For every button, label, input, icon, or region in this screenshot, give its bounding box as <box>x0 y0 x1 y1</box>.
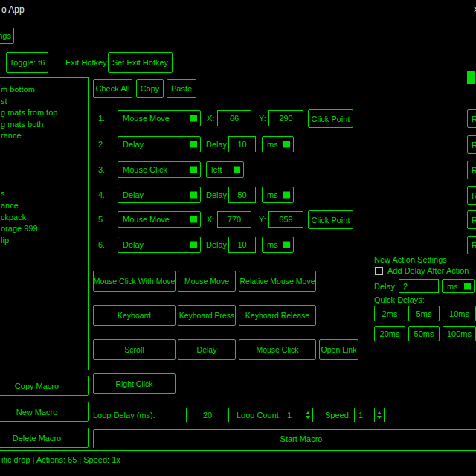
new-action-delay-label: Delay: <box>374 282 397 291</box>
add-mouse-click-with-move-button[interactable]: Mouse Click With Move <box>93 271 176 292</box>
mouse-button-dropdown[interactable]: left <box>206 161 244 178</box>
add-relative-mouse-move-button[interactable]: Relative Mouse Move <box>239 271 316 292</box>
macro-list-item[interactable]: ance <box>1 200 88 212</box>
click-point-button[interactable]: Click Point <box>308 210 353 229</box>
macro-list-item[interactable]: lip <box>1 235 88 247</box>
macro-list-item[interactable]: g mats both <box>1 119 88 131</box>
quick-delay-50ms-button[interactable]: 50ms <box>408 326 440 341</box>
macro-list-item[interactable]: ckpack <box>1 212 88 224</box>
y-input[interactable]: 290 <box>268 110 303 126</box>
dropdown-indicator-icon <box>464 283 471 289</box>
new-action-delay-input[interactable]: 2 <box>399 279 439 293</box>
macro-list-item[interactable] <box>1 177 88 189</box>
quick-delay-2ms-button[interactable]: 2ms <box>374 306 405 321</box>
macro-list-item[interactable]: m bottom <box>1 84 88 96</box>
macro-list-item[interactable]: g mats from top <box>1 107 88 119</box>
copy-actions-button[interactable]: Copy <box>136 79 164 98</box>
action-row-number: 6. <box>98 240 105 249</box>
x-input[interactable]: 770 <box>217 211 251 228</box>
y-input[interactable]: 659 <box>268 211 303 228</box>
loop-count-value: 1 <box>283 408 303 422</box>
delay-label: Delay <box>206 240 227 249</box>
spinner-up-icon[interactable] <box>377 411 382 414</box>
add-mouse-move-button[interactable]: Mouse Move <box>178 271 236 292</box>
set-exit-hotkey-button[interactable]: Set Exit Hotkey <box>108 52 173 73</box>
loop-count-label: Loop Count: <box>237 411 281 419</box>
action-type-dropdown[interactable]: Delay <box>118 187 201 203</box>
delay-unit-dropdown[interactable]: ms <box>262 187 294 203</box>
paste-actions-button[interactable]: Paste <box>167 79 196 98</box>
delay-unit-value: ms <box>267 140 278 149</box>
action-type-dropdown[interactable]: Delay <box>118 136 201 152</box>
remove-action-button[interactable]: R <box>467 186 476 205</box>
remove-action-button[interactable]: R <box>467 135 476 154</box>
delay-unit-value: ms <box>267 190 278 199</box>
action-type-value: Mouse Move <box>123 215 170 224</box>
quick-delay-100ms-button[interactable]: 100ms <box>443 326 476 341</box>
x-label: X: <box>207 114 214 123</box>
minimize-button[interactable]: — <box>440 0 463 19</box>
click-point-button[interactable]: Click Point <box>308 109 353 128</box>
action-type-dropdown[interactable]: Delay <box>118 237 201 253</box>
remove-action-button[interactable]: R <box>467 161 476 179</box>
close-button[interactable]: ✕ <box>466 0 476 19</box>
action-type-value: Mouse Click <box>123 165 167 174</box>
macro-list-item[interactable]: rance <box>1 130 88 142</box>
delay-input[interactable]: 50 <box>228 187 256 203</box>
macro-list-item[interactable]: st <box>1 96 88 108</box>
x-input[interactable]: 66 <box>217 110 251 126</box>
remove-action-button[interactable]: R <box>467 236 476 254</box>
spinner-up-icon[interactable] <box>306 411 310 414</box>
add-keyboard-release-button[interactable]: Keyboard Release <box>239 305 316 326</box>
quick-delay-5ms-button[interactable]: 5ms <box>408 306 440 321</box>
y-label: Y: <box>259 215 266 224</box>
speed-spinner[interactable]: 1 <box>354 408 385 422</box>
scrollbar-thumb[interactable] <box>467 71 475 84</box>
loop-delay-input[interactable]: 20 <box>186 408 229 422</box>
action-type-dropdown[interactable]: Mouse Move <box>118 211 201 228</box>
quick-delay-10ms-button[interactable]: 10ms <box>443 306 476 321</box>
add-open-link-button[interactable]: Open Link <box>319 339 358 360</box>
delay-input[interactable]: 10 <box>228 136 256 152</box>
macro-list-item[interactable]: s <box>1 188 88 200</box>
quick-delays-label: Quick Delays: <box>374 295 425 304</box>
macro-list-item[interactable] <box>1 154 88 166</box>
copy-macro-button[interactable]: Copy Macro <box>0 376 89 396</box>
macro-list-item[interactable]: orage 999 <box>1 223 88 235</box>
action-type-dropdown[interactable]: Mouse Click <box>118 161 201 178</box>
toggle-hotkey-button[interactable]: Toggle: f6 <box>6 52 48 73</box>
delay-unit-dropdown[interactable]: ms <box>262 237 294 253</box>
check-all-button[interactable]: Check All <box>93 79 132 98</box>
menu-settings-button[interactable]: ngs <box>0 28 14 44</box>
add-delay-button[interactable]: Delay <box>178 339 236 360</box>
remove-action-button[interactable]: R <box>467 109 476 128</box>
delay-unit-dropdown[interactable]: ms <box>262 136 294 152</box>
add-keyboard-press-button[interactable]: Keyboard Press <box>178 305 236 326</box>
quick-delay-20ms-button[interactable]: 20ms <box>374 326 405 341</box>
delete-macro-button[interactable]: Delete Macro <box>0 428 89 448</box>
new-macro-button[interactable]: New Macro <box>0 402 89 422</box>
delay-input[interactable]: 10 <box>228 237 256 253</box>
loop-count-spinner[interactable]: 1 <box>283 408 313 422</box>
dropdown-indicator-icon <box>283 141 290 148</box>
dropdown-indicator-icon <box>190 167 197 173</box>
action-type-value: Delay <box>123 240 144 249</box>
add-delay-after-action-checkbox[interactable] <box>375 267 383 275</box>
action-type-dropdown[interactable]: Mouse Move <box>118 110 201 126</box>
spinner-down-icon[interactable] <box>306 416 310 419</box>
new-action-delay-unit-dropdown[interactable]: ms <box>442 279 475 293</box>
macro-list-item[interactable] <box>1 142 88 154</box>
status-bar: ific drop | Actions: 65 | Speed: 1x <box>0 450 476 469</box>
add-mouse-click-button[interactable]: Mouse Click <box>239 339 316 360</box>
action-type-value: Mouse Move <box>123 114 170 123</box>
action-row-number: 3. <box>98 165 105 174</box>
add-right-click-button[interactable]: Right Click <box>93 373 176 394</box>
dropdown-indicator-icon <box>190 141 197 148</box>
speed-value: 1 <box>355 408 374 422</box>
remove-action-button[interactable]: R <box>467 210 476 229</box>
add-keyboard-button[interactable]: Keyboard <box>93 305 176 326</box>
macro-list-item[interactable] <box>1 165 88 177</box>
spinner-down-icon[interactable] <box>377 416 382 419</box>
start-macro-button[interactable]: Start Macro <box>93 429 476 448</box>
add-scroll-button[interactable]: Scroll <box>93 339 176 360</box>
